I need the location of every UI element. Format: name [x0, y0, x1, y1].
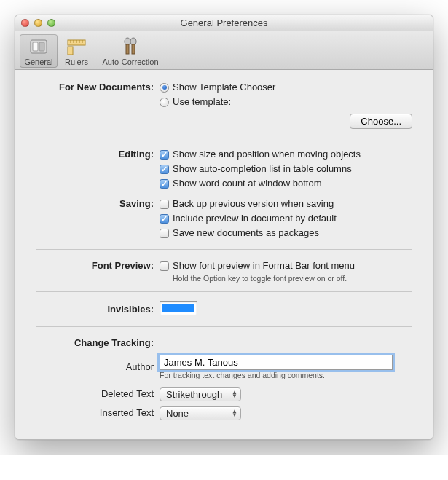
radio-show-template-chooser[interactable]: [160, 83, 169, 93]
tab-rulers[interactable]: Rulers: [58, 34, 95, 68]
inserted-text-value: None: [166, 408, 189, 419]
preferences-window: General Preferences General Rulers Auto-…: [15, 15, 433, 440]
chevron-updown-icon: ▲▼: [232, 390, 237, 398]
checkbox-word-count[interactable]: [160, 179, 169, 189]
radio-show-template-chooser-label: Show Template Chooser: [173, 80, 275, 95]
radio-use-template-label: Use template:: [173, 95, 231, 109]
separator: [36, 249, 412, 250]
toolbar: General Rulers Auto-Correction: [15, 31, 433, 70]
svg-rect-1: [33, 42, 38, 51]
tab-autocorrection[interactable]: Auto-Correction: [95, 34, 165, 68]
radio-use-template[interactable]: [160, 98, 169, 107]
deleted-text-select[interactable]: Strikethrough ▲▼: [160, 387, 241, 401]
content: For New Documents: Show Template Chooser…: [15, 70, 433, 439]
checkbox-font-preview-label: Show font preview in Format Bar font men…: [173, 259, 355, 273]
checkbox-autocomplete-tables[interactable]: [160, 165, 169, 174]
close-icon[interactable]: [21, 19, 29, 27]
inserted-text-select[interactable]: None ▲▼: [160, 406, 241, 420]
tab-autocorrection-label: Auto-Correction: [97, 58, 164, 66]
tab-general[interactable]: General: [20, 34, 58, 68]
tab-general-label: General: [21, 58, 56, 66]
checkbox-include-preview-label: Include preview in document by default: [173, 211, 337, 226]
zoom-icon[interactable]: [47, 19, 55, 27]
tab-rulers-label: Rulers: [59, 58, 94, 66]
new-docs-label: For New Documents:: [36, 80, 160, 95]
editing-label: Editing:: [36, 147, 160, 162]
author-input[interactable]: [160, 355, 393, 370]
svg-rect-11: [126, 44, 129, 54]
choose-button[interactable]: Choose...: [350, 114, 412, 129]
change-tracking-label: Change Tracking:: [36, 336, 160, 350]
svg-rect-13: [132, 44, 135, 54]
autocorrection-icon: [97, 36, 164, 57]
author-hint: For tracking text changes and adding com…: [160, 371, 412, 379]
invisibles-color: [162, 304, 194, 312]
font-preview-label: Font Preview:: [36, 259, 160, 273]
font-preview-hint: Hold the Option key to toggle font previ…: [173, 274, 412, 283]
checkbox-save-packages[interactable]: [160, 229, 169, 238]
svg-rect-2: [39, 42, 44, 51]
saving-label: Saving:: [36, 197, 160, 211]
checkbox-show-size-position[interactable]: [160, 150, 169, 160]
window-title: General Preferences: [15, 17, 433, 28]
checkbox-save-packages-label: Save new documents as packages: [173, 226, 319, 240]
checkbox-autocomplete-tables-label: Show auto-completion list in table colum…: [173, 162, 352, 176]
checkbox-show-size-position-label: Show size and position when moving objec…: [173, 147, 361, 162]
separator: [36, 138, 412, 138]
deleted-text-value: Strikethrough: [166, 389, 222, 400]
checkbox-backup[interactable]: [160, 200, 169, 209]
checkbox-font-preview[interactable]: [160, 261, 169, 271]
svg-rect-9: [68, 47, 73, 55]
checkbox-word-count-label: Show word count at window bottom: [173, 176, 322, 191]
invisibles-label: Invisibles:: [36, 302, 160, 317]
minimize-icon[interactable]: [34, 19, 42, 27]
invisibles-color-well[interactable]: [160, 301, 197, 315]
chevron-updown-icon: ▲▼: [232, 409, 237, 417]
checkbox-backup-label: Back up previous version when saving: [173, 197, 334, 211]
inserted-text-label: Inserted Text: [36, 406, 160, 420]
separator: [36, 326, 412, 327]
titlebar: General Preferences: [15, 15, 433, 31]
deleted-text-label: Deleted Text: [36, 387, 160, 401]
ruler-icon: [59, 36, 94, 57]
switch-icon: [21, 36, 56, 57]
separator: [36, 291, 412, 292]
checkbox-include-preview[interactable]: [160, 214, 169, 224]
author-label: Author: [36, 360, 160, 374]
